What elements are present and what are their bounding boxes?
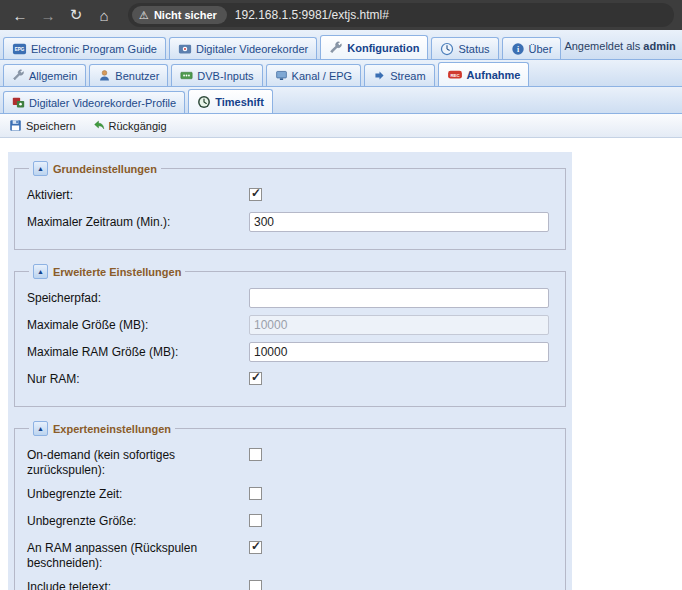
max-size-input <box>249 315 549 335</box>
tab-epg[interactable]: EPG Electronic Program Guide <box>3 37 166 59</box>
channel-icon <box>275 69 288 82</box>
tab-label: Aufnahme <box>467 69 521 81</box>
field-label: Aktiviert: <box>27 185 223 203</box>
config-tabstrip: Allgemein Benutzer DVB-Inputs Kanal / EP… <box>0 60 682 87</box>
login-user: admin <box>643 40 675 52</box>
tab-dvr-profile[interactable]: Digitaler Videorekorder-Profile <box>3 91 185 113</box>
login-prefix: Angemeldet als <box>564 40 640 52</box>
forward-icon[interactable]: → <box>36 3 60 27</box>
max-ram-size-input[interactable] <box>249 342 549 362</box>
form-toolbar: Speichern Rückgängig <box>0 114 682 138</box>
security-badge[interactable]: ⚠ Nicht sicher <box>132 6 227 24</box>
field-label: On-demand (kein sofortiges zurückspulen)… <box>27 445 223 478</box>
tab-benutzer[interactable]: Benutzer <box>89 64 168 86</box>
tab-label: Konfiguration <box>347 42 419 54</box>
tab-stream[interactable]: Stream <box>364 64 434 86</box>
address-bar[interactable]: ⚠ Nicht sicher 192.168.1.5:9981/extjs.ht… <box>128 3 674 27</box>
on-demand-checkbox[interactable] <box>249 448 262 461</box>
ram-only-checkbox[interactable] <box>249 372 262 385</box>
wrench-icon <box>12 69 25 82</box>
wrench-icon <box>329 41 343 55</box>
svg-text:EPG: EPG <box>15 47 25 52</box>
fieldset-legend: Grundeinstellungen <box>53 163 157 175</box>
tab-label: Benutzer <box>115 70 159 82</box>
field-label: Nur RAM: <box>27 369 223 387</box>
form-row: Maximale Größe (MB): <box>27 315 553 336</box>
info-icon: i <box>511 42 525 56</box>
save-button[interactable]: Speichern <box>4 117 81 134</box>
field-label: Include teletext: <box>27 577 223 590</box>
tab-aufnahme[interactable]: REC Aufnahme <box>438 62 530 86</box>
form-row: Unbegrenzte Größe: <box>27 511 553 532</box>
storage-path-input[interactable] <box>249 288 549 308</box>
content-area: ▲ Grundeinstellungen Aktiviert: Maximale… <box>0 152 682 590</box>
timeshift-clock-icon <box>197 95 211 109</box>
warning-icon: ⚠ <box>139 10 149 21</box>
unlimited-size-checkbox[interactable] <box>249 514 262 527</box>
field-label: Speicherpfad: <box>27 288 223 306</box>
tab-kanal-epg[interactable]: Kanal / EPG <box>266 64 362 86</box>
max-period-input[interactable] <box>249 212 549 232</box>
tab-label: Allgemein <box>29 70 77 82</box>
recording-tabstrip: Digitaler Videorekorder-Profile Timeshif… <box>0 87 682 114</box>
aktiviert-checkbox[interactable] <box>249 188 262 201</box>
form-row: An RAM anpassen (Rückspulen beschneiden)… <box>27 538 553 571</box>
tab-label: Status <box>458 43 489 55</box>
form-row: Maximale RAM Größe (MB): <box>27 342 553 363</box>
user-icon <box>98 69 111 82</box>
dvr-profile-icon <box>12 96 25 109</box>
browser-chrome: ← → ↻ ⌂ ⚠ Nicht sicher 192.168.1.5:9981/… <box>0 0 682 30</box>
form-row: Speicherpfad: <box>27 288 553 309</box>
tab-status[interactable]: Status <box>431 37 498 59</box>
stream-icon <box>373 69 386 82</box>
tab-konfiguration[interactable]: Konfiguration <box>320 35 428 59</box>
tab-allgemein[interactable]: Allgemein <box>3 64 86 86</box>
tab-label: Über <box>529 43 553 55</box>
undo-label: Rückgängig <box>109 120 167 132</box>
login-status: Angemeldet als admin <box>564 40 681 54</box>
epg-icon: EPG <box>12 42 27 56</box>
save-icon <box>9 119 22 132</box>
back-icon[interactable]: ← <box>8 3 32 27</box>
collapse-toggle-icon[interactable]: ▲ <box>33 161 48 176</box>
security-label: Nicht sicher <box>154 9 217 21</box>
tab-label: Kanal / EPG <box>292 70 353 82</box>
tab-label: Digitaler Videorekorder-Profile <box>29 97 176 109</box>
undo-button[interactable]: Rückgängig <box>87 117 172 134</box>
fieldset-legend: Experteneinstellungen <box>53 423 171 435</box>
fieldset-legend: Erweiterte Einstellungen <box>53 266 181 278</box>
home-icon[interactable]: ⌂ <box>92 3 116 27</box>
tab-label: DVB-Inputs <box>197 70 253 82</box>
form-row: Unbegrenzte Zeit: <box>27 484 553 505</box>
tab-dvr[interactable]: Digitaler Videorekorder <box>169 37 317 59</box>
field-label: Maximale Größe (MB): <box>27 315 223 333</box>
fieldset-erweiterte-einstellungen: ▲ Erweiterte Einstellungen Speicherpfad:… <box>14 264 566 407</box>
tab-timeshift[interactable]: Timeshift <box>188 89 273 113</box>
tab-label: Timeshift <box>215 96 264 108</box>
dvb-inputs-icon <box>180 69 193 82</box>
rec-icon: REC <box>447 68 463 81</box>
field-label: Maximaler Zeitraum (Min.): <box>27 212 223 230</box>
form-row: Aktiviert: <box>27 185 553 206</box>
undo-icon <box>92 119 105 132</box>
field-label: An RAM anpassen (Rückspulen beschneiden)… <box>27 538 223 571</box>
field-label: Unbegrenzte Zeit: <box>27 484 223 502</box>
save-label: Speichern <box>26 120 76 132</box>
collapse-toggle-icon[interactable]: ▲ <box>33 421 48 436</box>
form-row: Nur RAM: <box>27 369 553 390</box>
tab-label: Digitaler Videorekorder <box>196 43 308 55</box>
tab-dvb-inputs[interactable]: DVB-Inputs <box>171 64 262 86</box>
form-row: On-demand (kein sofortiges zurückspulen)… <box>27 445 553 478</box>
url-text: 192.168.1.5:9981/extjs.html# <box>235 8 389 22</box>
reload-icon[interactable]: ↻ <box>64 3 88 27</box>
timeshift-form-panel: ▲ Grundeinstellungen Aktiviert: Maximale… <box>8 152 572 590</box>
tab-label: Stream <box>390 70 425 82</box>
include-teletext-checkbox[interactable] <box>249 580 262 590</box>
tab-label: Electronic Program Guide <box>31 43 157 55</box>
unlimited-time-checkbox[interactable] <box>249 487 262 500</box>
fieldset-grundeinstellungen: ▲ Grundeinstellungen Aktiviert: Maximale… <box>14 161 566 250</box>
tab-ueber[interactable]: i Über <box>502 37 562 59</box>
collapse-toggle-icon[interactable]: ▲ <box>33 264 48 279</box>
fit-to-ram-checkbox[interactable] <box>249 541 262 554</box>
form-row: Maximaler Zeitraum (Min.): <box>27 212 553 233</box>
